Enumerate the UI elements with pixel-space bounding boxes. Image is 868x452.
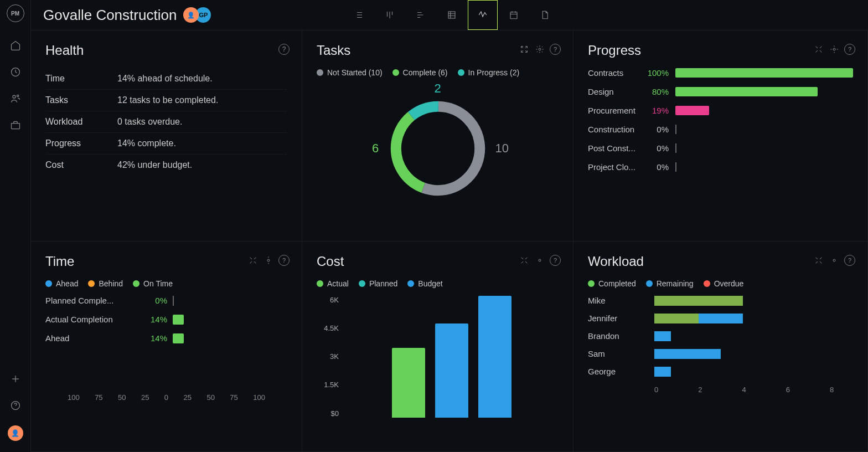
legend-dot-icon — [704, 280, 710, 287]
panel-cost: Cost ? ActualPlannedBudget 6K4.5K3K1.5K$… — [302, 242, 574, 453]
axis-tick: $0 — [331, 409, 339, 418]
gantt-view-icon[interactable] — [406, 0, 436, 30]
calendar-view-icon[interactable] — [499, 0, 529, 30]
health-key: Progress — [45, 138, 117, 148]
help-icon[interactable]: ? — [844, 255, 855, 266]
home-icon[interactable] — [4, 34, 27, 56]
list-view-icon[interactable] — [344, 0, 374, 30]
svg-point-6 — [539, 48, 541, 50]
legend-item: Actual — [317, 279, 349, 288]
legend-dot-icon — [646, 280, 653, 287]
legend-item: Planned — [359, 279, 397, 288]
help-icon[interactable]: ? — [550, 44, 561, 55]
time-pct: 14% — [134, 333, 167, 343]
gear-icon[interactable] — [534, 255, 545, 266]
legend-label: Planned — [369, 279, 397, 288]
help-icon[interactable]: ? — [278, 255, 290, 266]
progress-pct: 80% — [642, 87, 669, 96]
legend-item: Not Started (10) — [317, 68, 383, 77]
health-key: Time — [45, 74, 117, 84]
workload-row: Jennifer — [588, 314, 853, 323]
workload-name: George — [588, 367, 654, 376]
legend-item: Complete (6) — [392, 68, 448, 77]
panel-workload: Workload ? CompletedRemainingOverdue Mik… — [574, 242, 868, 453]
panel-progress: Progress ? Contracts100%Design80%Procure… — [574, 30, 868, 242]
gear-icon[interactable] — [829, 255, 840, 266]
legend-item: Budget — [407, 279, 442, 288]
time-row: Planned Comple...0% — [45, 296, 287, 306]
legend-dot-icon — [45, 280, 52, 287]
health-key: Workload — [45, 117, 117, 127]
axis-tick: 0 — [654, 386, 658, 394]
legend-dot-icon — [407, 280, 414, 287]
main: Govalle Construction 👤 GP Health ? Time1… — [31, 0, 868, 452]
health-key: Cost — [45, 160, 117, 170]
legend-item: Completed — [588, 279, 636, 288]
health-value: 14% ahead of schedule. — [117, 74, 213, 84]
help-icon[interactable]: ? — [550, 255, 561, 266]
workload-row: George — [588, 367, 853, 377]
workload-row: Brandon — [588, 331, 853, 341]
expand-icon[interactable] — [519, 44, 530, 55]
axis-tick: 1.5K — [324, 381, 339, 389]
workload-bar — [654, 367, 853, 377]
legend-item: On Time — [133, 279, 173, 288]
topbar: Govalle Construction 👤 GP — [31, 0, 868, 30]
expand-icon[interactable] — [247, 255, 259, 266]
workload-segment — [654, 349, 721, 359]
expand-icon[interactable] — [519, 255, 530, 266]
help-icon[interactable]: ? — [278, 44, 290, 55]
workload-segment — [654, 367, 671, 377]
panel-time: Time ? AheadBehindOn Time Planned Comple… — [31, 242, 302, 453]
clock-icon[interactable] — [4, 61, 27, 83]
legend-label: Actual — [327, 279, 349, 288]
expand-icon[interactable] — [813, 44, 824, 55]
workload-name: Jennifer — [588, 314, 654, 323]
sheet-view-icon[interactable] — [437, 0, 467, 30]
progress-pct: 19% — [642, 106, 669, 115]
axis-tick: 6 — [786, 386, 790, 394]
team-icon[interactable] — [4, 88, 27, 110]
doc-view-icon[interactable] — [530, 0, 560, 30]
donut-label-notstarted: 10 — [495, 141, 509, 156]
legend-label: Behind — [99, 279, 123, 288]
axis-tick: 75 — [95, 393, 102, 402]
bar-budget — [478, 296, 512, 418]
board-view-icon[interactable] — [375, 0, 405, 30]
expand-icon[interactable] — [813, 255, 824, 266]
axis-tick: 2 — [698, 386, 702, 394]
health-row: Workload0 tasks overdue. — [45, 111, 287, 133]
logo[interactable]: PM — [7, 4, 24, 22]
legend-item: Remaining — [646, 279, 694, 288]
avatar-badge-1[interactable]: 👤 — [183, 7, 199, 23]
legend-dot-icon — [317, 280, 323, 287]
gear-icon[interactable] — [263, 255, 274, 266]
progress-name: Post Const... — [588, 143, 642, 153]
svg-point-7 — [833, 48, 835, 50]
panel-health: Health ? Time14% ahead of schedule.Tasks… — [31, 30, 302, 242]
gear-icon[interactable] — [829, 44, 840, 55]
donut-label-inprogress: 2 — [434, 81, 441, 96]
help-icon[interactable]: ? — [844, 44, 855, 55]
legend-label: Not Started (10) — [327, 68, 383, 77]
svg-point-10 — [833, 259, 835, 261]
time-pct: 0% — [134, 296, 167, 305]
health-value: 0 tasks overdue. — [117, 117, 182, 127]
svg-point-8 — [267, 259, 270, 261]
help-icon[interactable] — [4, 394, 27, 417]
dashboard-view-icon[interactable] — [468, 0, 498, 30]
gear-icon[interactable] — [534, 44, 545, 55]
health-row: Progress14% complete. — [45, 133, 287, 155]
cost-chart: 6K4.5K3K1.5K$0 — [317, 296, 559, 429]
member-badges[interactable]: 👤 GP — [187, 7, 211, 23]
progress-row: Construction0% — [588, 125, 853, 134]
axis-tick: 6K — [330, 296, 339, 304]
add-icon[interactable] — [4, 368, 27, 390]
user-avatar-icon[interactable]: 👤 — [8, 425, 23, 441]
donut-label-complete: 6 — [372, 141, 379, 156]
progress-row: Post Const...0% — [588, 143, 853, 153]
briefcase-icon[interactable] — [4, 114, 27, 136]
workload-bar — [654, 296, 853, 306]
progress-bar — [675, 68, 853, 78]
axis-tick: 100 — [68, 393, 80, 402]
